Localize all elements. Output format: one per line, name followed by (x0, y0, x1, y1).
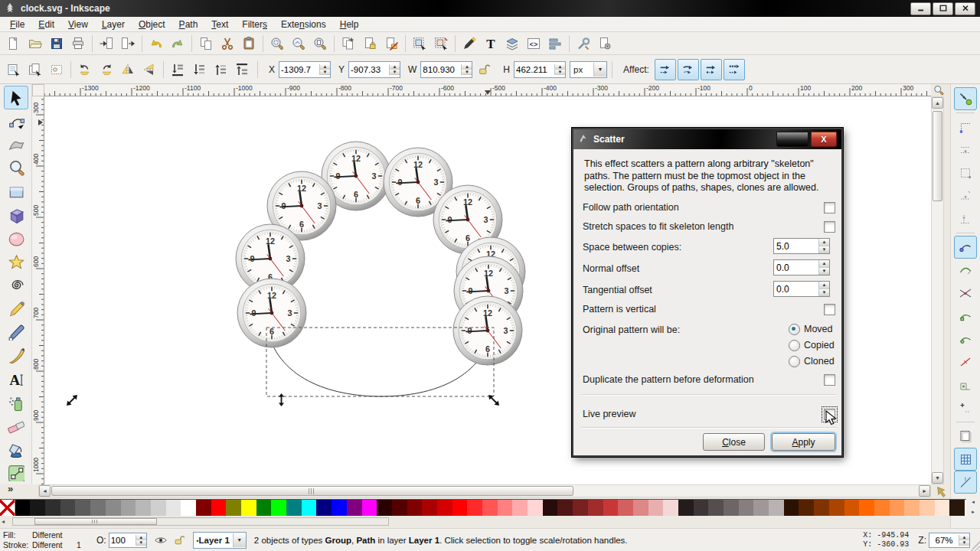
color-swatch[interactable] (75, 500, 90, 516)
doc-save-icon[interactable] (46, 33, 67, 54)
copy-icon[interactable] (195, 33, 217, 54)
color-swatch[interactable] (151, 500, 166, 516)
pattern-vertical-checkbox[interactable] (824, 304, 835, 315)
rotate-ccw-icon[interactable] (74, 59, 96, 80)
color-swatch[interactable] (241, 500, 256, 516)
radio-button[interactable] (789, 324, 800, 335)
vertical-scrollbar[interactable]: ▴ ▾ (931, 96, 944, 484)
tool-pen[interactable] (4, 320, 28, 344)
tool-gradient[interactable] (4, 461, 28, 484)
color-swatch[interactable] (753, 500, 769, 516)
move-gradient-icon[interactable] (701, 59, 722, 80)
snap-grid-icon[interactable] (954, 448, 977, 471)
radio-button[interactable] (789, 356, 800, 367)
height-spinner[interactable]: ▲▼ (554, 64, 565, 75)
menu-help[interactable]: Help (333, 18, 366, 31)
color-swatch[interactable] (603, 500, 619, 516)
tool-box-3d[interactable] (4, 203, 28, 227)
tool-rectangle[interactable] (4, 180, 28, 204)
raise-icon[interactable] (210, 59, 231, 80)
color-swatch[interactable] (543, 500, 558, 516)
close-button[interactable] (955, 2, 975, 15)
snap-smooth-nodes-icon[interactable] (954, 328, 977, 350)
snap-path-intersections-icon[interactable] (954, 282, 977, 305)
toolbox-overflow-chevron[interactable]: » (8, 483, 13, 494)
color-swatch[interactable] (347, 500, 362, 516)
color-swatch[interactable] (196, 500, 211, 516)
color-swatch[interactable] (799, 500, 814, 516)
zoom-drawing-icon[interactable] (288, 33, 309, 54)
radio-copied[interactable]: Copied (789, 338, 836, 352)
palette-right-icon[interactable]: ▸ (972, 509, 975, 515)
snap-object-centers-icon[interactable] (954, 373, 977, 396)
color-swatch[interactable] (302, 500, 317, 516)
rotate-cw-icon[interactable] (96, 59, 117, 80)
tool-text[interactable]: A (4, 367, 28, 391)
color-swatch[interactable] (949, 500, 965, 516)
duplicate-icon[interactable] (338, 33, 359, 54)
menu-edit[interactable]: Edit (31, 18, 61, 31)
color-swatch[interactable] (588, 500, 603, 516)
color-swatch[interactable] (60, 500, 76, 516)
move-stroke-icon[interactable] (655, 59, 676, 80)
lower-icon[interactable] (188, 59, 210, 80)
snap-midpoints-icon[interactable] (954, 350, 977, 373)
color-swatch[interactable] (920, 500, 935, 516)
tool-calligraphy[interactable] (4, 344, 28, 367)
color-swatch[interactable] (708, 500, 724, 516)
menu-file[interactable]: File (3, 18, 31, 31)
color-swatch[interactable] (377, 500, 392, 516)
fill-stroke-icon[interactable] (459, 33, 480, 54)
zoom-selection-icon[interactable] (266, 33, 288, 54)
color-swatch[interactable] (724, 500, 739, 516)
unit-select[interactable]: px ▼ (570, 61, 607, 78)
document-properties-icon[interactable] (594, 33, 616, 54)
color-swatch[interactable] (121, 500, 136, 516)
color-swatch[interactable] (422, 500, 437, 516)
doc-print-icon[interactable] (67, 33, 89, 54)
snap-bbox-edge-midpoints-icon[interactable] (954, 184, 977, 207)
text-dialog-icon[interactable]: T (480, 33, 501, 54)
opacity-input[interactable] (109, 534, 136, 546)
snap-bbox-corners-icon[interactable] (954, 161, 977, 184)
stretch-spaces-checkbox[interactable] (824, 221, 835, 233)
unlink-clone-icon[interactable] (381, 33, 402, 54)
follow-path-checkbox[interactable] (824, 202, 835, 214)
ungroup-icon[interactable] (430, 33, 452, 54)
tool-eraser[interactable] (4, 414, 28, 438)
palette-scroll-left-icon[interactable]: ◂ (2, 518, 5, 525)
color-swatch[interactable] (45, 500, 60, 516)
snap-bbox-icon[interactable] (954, 116, 977, 139)
tool-tweak[interactable] (4, 132, 28, 156)
duplicate-pattern-checkbox[interactable] (824, 374, 835, 386)
undo-icon[interactable] (145, 33, 167, 54)
color-swatch[interactable] (694, 500, 709, 516)
apply-button[interactable]: Apply (772, 433, 835, 451)
lower-to-bottom-icon[interactable] (167, 59, 188, 80)
unit-dropdown-icon[interactable]: ▼ (593, 63, 606, 77)
flip-vertical-icon[interactable] (139, 59, 160, 80)
y-input[interactable] (349, 63, 389, 77)
color-swatch[interactable] (528, 500, 543, 516)
color-swatch[interactable] (784, 500, 799, 516)
color-swatch[interactable] (512, 500, 528, 516)
color-swatch[interactable] (181, 500, 196, 516)
height-input[interactable] (514, 63, 554, 77)
color-swatch[interactable] (498, 500, 513, 516)
color-swatch[interactable] (859, 500, 874, 516)
snap-page-border-icon[interactable] (954, 425, 977, 448)
move-corners-icon[interactable] (678, 59, 699, 80)
preferences-icon[interactable] (573, 33, 594, 54)
horizontal-scroll-thumb[interactable] (51, 486, 573, 496)
deselect-icon[interactable] (46, 59, 67, 80)
palette-left-icon[interactable]: ◂ (972, 499, 975, 505)
clone-icon[interactable] (359, 33, 381, 54)
window-resize-grip[interactable] (970, 541, 980, 551)
fill-stroke-indicator[interactable]: Fill: Different Stroke: Different 1 (3, 530, 86, 550)
color-swatch[interactable] (437, 500, 452, 516)
horizontal-ruler[interactable]: -1300-1200-1100-1000-900-800-700-600-500… (44, 84, 931, 96)
y-spinner[interactable]: ▲▼ (389, 64, 400, 75)
doc-open-icon[interactable] (24, 33, 46, 54)
radio-cloned[interactable]: Cloned (789, 354, 836, 368)
color-swatch[interactable] (844, 500, 860, 516)
